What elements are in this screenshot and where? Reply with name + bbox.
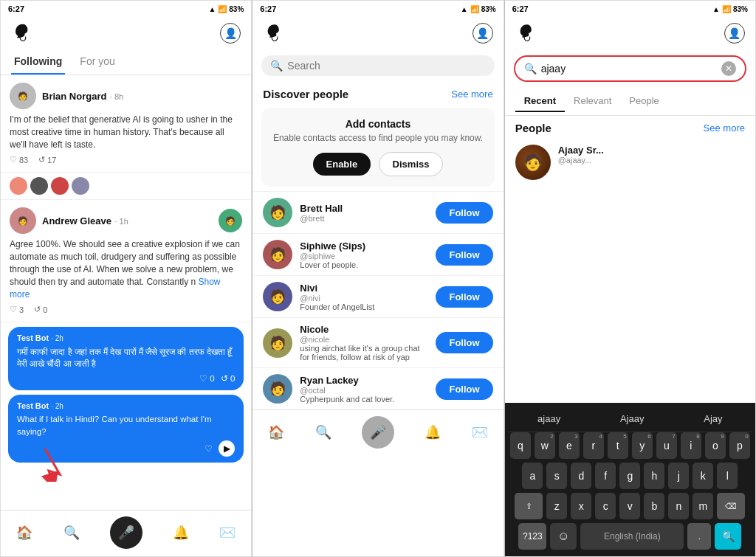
key-k[interactable]: k [693,463,713,489]
filter-tabs: Recent Relevant People [505,88,755,116]
status-icons-3: ▲ 📶 83% [712,5,748,13]
avatar-nivi: 🧑 [263,282,292,311]
see-more-search[interactable]: See more [704,122,745,134]
signal-icon: 📶 [218,5,227,13]
filter-tab-people[interactable]: People [620,91,667,112]
key-p[interactable]: p0 [729,432,750,459]
key-h[interactable]: h [644,463,664,489]
key-b[interactable]: b [644,493,664,519]
like-btn-1[interactable]: ♡ 83 [10,155,28,165]
key-dot[interactable]: . [687,523,711,550]
like-btn-2[interactable]: ♡ 3 [10,305,24,314]
filter-tab-recent[interactable]: Recent [515,91,565,112]
profile-btn-1[interactable]: 👤 [220,23,241,44]
see-more-discover[interactable]: See more [451,89,492,100]
mic-btn-2[interactable]: 🎤 [362,416,394,449]
key-c[interactable]: c [595,493,616,519]
key-i[interactable]: i8 [681,432,701,459]
key-t[interactable]: t5 [608,432,628,459]
key-e[interactable]: e3 [559,432,580,459]
clear-search-btn[interactable]: ✕ [721,61,736,76]
bell-nav-1[interactable]: 🔔 [172,524,190,542]
logo-3 [515,21,539,45]
person-row-1: 🧑 Siphiwe (Sips) @siphiwe Lover of peopl… [252,233,503,275]
follow-btn-3[interactable]: Follow [436,332,492,353]
filter-tab-relevant[interactable]: Relevant [565,91,620,112]
key-m[interactable]: m [693,493,713,519]
search-nav-1[interactable]: 🔍 [63,524,80,542]
key-space[interactable]: English (India) [580,523,684,550]
keyboard-suggestions: ajaay Ajaay Ajay [508,409,752,432]
key-g[interactable]: g [619,463,640,489]
mic-btn-1[interactable]: 🎤 [110,516,142,549]
profile-btn-3[interactable]: 👤 [724,23,745,44]
key-j[interactable]: j [668,463,689,489]
search-bar-2[interactable]: 🔍 [261,55,494,76]
wifi-icon-2: ▲ [461,5,468,13]
mail-nav-1[interactable]: ✉️ [219,524,236,542]
small-avatar-4 [72,177,89,195]
person-handle-3: @nicole [300,335,428,344]
key-a[interactable]: a [522,463,543,489]
key-w[interactable]: w2 [535,432,555,459]
mail-nav-2[interactable]: ✉️ [471,423,489,441]
signal-icon-2: 📶 [470,5,479,13]
repost-btn-1[interactable]: ↺ 17 [38,155,56,165]
post-body-2: Agree 100%. We should see a creative exp… [10,238,242,300]
key-d[interactable]: d [571,463,591,489]
repost-btn-2[interactable]: ↺ 0 [34,305,47,314]
like-chat-2[interactable]: ♡ [205,443,213,454]
follow-btn-2[interactable]: Follow [436,286,492,308]
search-nav-2[interactable]: 🔍 [315,423,332,441]
key-o[interactable]: o9 [705,432,726,459]
key-backspace[interactable]: ⌫ [717,493,745,519]
search-person-card-0: 🧑 Ajaay Sr... @ajaay... [505,137,755,187]
key-search-enter[interactable]: 🔍 [715,523,741,550]
key-shift[interactable]: ⇧ [515,493,543,519]
key-num-toggle[interactable]: ?123 [518,523,546,550]
key-z[interactable]: z [546,493,567,519]
battery-3: 83% [733,5,748,13]
tab-for-you[interactable]: For you [77,49,117,75]
search-input-2[interactable] [287,60,485,72]
repost-chat-1[interactable]: ↺ 0 [221,373,236,384]
dismiss-btn[interactable]: Dismiss [379,152,444,176]
wifi-icon: ▲ [208,5,216,13]
keyboard-row-1: q w2 e3 r4 t5 y6 u7 i8 o9 p0 [508,432,752,459]
profile-btn-2[interactable]: 👤 [472,23,493,44]
play-btn[interactable]: ▶ [219,440,235,457]
suggestion-0[interactable]: ajaay [532,412,566,426]
key-q[interactable]: q [510,432,531,459]
key-s[interactable]: s [546,463,567,489]
chat-bubble-1: Test Bot · 2h गर्मी काफी जादा है जहां तक… [8,327,244,390]
home-nav-1[interactable]: 🏠 [16,524,33,542]
key-l[interactable]: l [717,463,738,489]
key-v[interactable]: v [619,493,640,519]
bell-nav-2[interactable]: 🔔 [424,423,441,441]
follow-btn-1[interactable]: Follow [436,244,492,266]
person-name-0: Brett Hall [300,203,428,214]
key-n[interactable]: n [668,493,689,519]
key-y[interactable]: y6 [632,432,653,459]
key-r[interactable]: r4 [583,432,604,459]
tab-following[interactable]: Following [11,49,65,75]
key-x[interactable]: x [571,493,591,519]
key-f[interactable]: f [595,463,616,489]
suggestion-1[interactable]: Ajaay [614,412,650,426]
avatar-nicole: 🧑 [263,328,292,358]
person-name-4: Ryan Lackey [300,375,428,386]
top-bar-1: 👤 [1,17,251,49]
home-nav-2[interactable]: 🏠 [267,423,285,441]
key-u[interactable]: u7 [656,432,677,459]
person-info-1: Siphiwe (Sips) @siphiwe Lover of people. [300,241,428,269]
enable-btn[interactable]: Enable [313,153,371,176]
follow-btn-0[interactable]: Follow [436,202,492,224]
suggestion-2[interactable]: Ajay [698,412,728,426]
like-chat-1[interactable]: ♡ 0 [199,373,215,384]
chat-body-1: गर्मी काफी जादा है जहां तक मैं देख पारों… [17,346,235,370]
search-bar-active[interactable]: 🔍 ✕ [514,55,746,82]
post-card-1: 🧑 Brian Norgard · 8h I'm of the belief t… [1,75,251,173]
search-input-3[interactable] [541,63,717,75]
key-emoji[interactable]: ☺ [550,523,577,550]
follow-btn-4[interactable]: Follow [436,378,492,400]
